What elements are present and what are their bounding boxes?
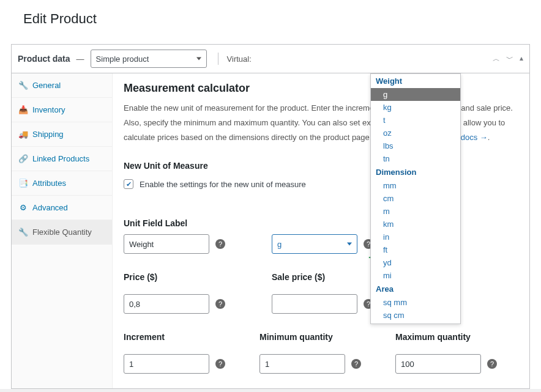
dropdown-item[interactable]: cm — [371, 192, 460, 205]
enable-label: Enable the settings for the new unit of … — [140, 180, 306, 189]
tab-linked-products[interactable]: 🔗Linked Products — [12, 147, 112, 171]
max-qty-input[interactable] — [395, 354, 481, 374]
dropdown-item[interactable]: oz — [371, 127, 460, 139]
tab-label: Attributes — [32, 179, 66, 188]
dropdown-group: Dimension — [371, 165, 460, 179]
separator — [218, 53, 218, 65]
dropdown-item[interactable]: t — [371, 114, 460, 127]
dropdown-item[interactable]: m — [371, 205, 460, 218]
link-icon: 🔗 — [19, 155, 28, 163]
tab-label: Inventory — [32, 105, 65, 114]
tab-attributes[interactable]: 📑Attributes — [12, 171, 112, 196]
help-icon[interactable]: ? — [487, 359, 497, 369]
truck-icon: 🚚 — [19, 130, 28, 139]
help-icon[interactable]: ? — [215, 299, 225, 309]
tab-flexible-quantity[interactable]: 🔧Flexible Quantity — [12, 220, 112, 245]
unit-field-label-input[interactable] — [124, 234, 209, 254]
dropdown-item[interactable]: sq m — [371, 322, 460, 324]
tab-general[interactable]: 🔧General — [12, 73, 112, 98]
help-icon[interactable]: ? — [215, 359, 225, 369]
tab-content: WeightgkgtozlbstnDimensionmmcmmkminftydm… — [113, 73, 529, 388]
dropdown-item[interactable]: kg — [371, 101, 460, 114]
dropdown-item[interactable]: in — [371, 231, 460, 243]
product-type-value: Simple product — [96, 54, 149, 64]
tab-label: Flexible Quantity — [32, 227, 92, 237]
enable-checkbox[interactable] — [124, 179, 133, 189]
price-input[interactable] — [124, 294, 209, 314]
tab-inventory[interactable]: 📥Inventory — [12, 98, 112, 122]
dash: — — [76, 54, 84, 64]
list-icon: 📑 — [19, 179, 28, 188]
tab-label: Shipping — [32, 130, 64, 139]
unit-select-value: g — [277, 240, 282, 249]
dropdown-item[interactable]: ft — [371, 243, 460, 256]
triangle-up-icon[interactable]: ▴ — [520, 54, 523, 64]
min-qty-input[interactable] — [259, 354, 345, 374]
page-title: Edit Product — [0, 0, 541, 35]
gear-icon: ⚙ — [19, 204, 28, 212]
tab-label: Advanced — [32, 203, 68, 212]
chevron-up-icon[interactable]: ︿ — [493, 54, 500, 64]
product-tabs: 🔧General📥Inventory🚚Shipping🔗Linked Produ… — [12, 73, 113, 388]
sale-price-input[interactable] — [272, 294, 357, 314]
help-icon[interactable]: ? — [351, 359, 361, 369]
product-data-panel: Product data — Simple product Virtual: ︿… — [11, 44, 530, 389]
sale-price-label: Sale price ($) — [272, 272, 373, 282]
max-qty-label: Maximum quantity — [395, 332, 497, 342]
dropdown-item[interactable]: yd — [371, 256, 460, 269]
help-icon[interactable]: ? — [215, 239, 225, 249]
product-type-select[interactable]: Simple product — [91, 50, 207, 68]
increment-input[interactable] — [124, 354, 209, 374]
unit-dropdown[interactable]: WeightgkgtozlbstnDimensionmmcmmkminftydm… — [370, 73, 461, 324]
tab-shipping[interactable]: 🚚Shipping — [12, 122, 112, 147]
price-label: Price ($) — [124, 272, 225, 282]
dropdown-item[interactable]: km — [371, 218, 460, 231]
dropdown-item[interactable]: sq mm — [371, 296, 460, 309]
wrench-icon: 🔧 — [19, 228, 28, 237]
dropdown-item[interactable]: mm — [371, 179, 460, 192]
dropdown-item[interactable]: lbs — [371, 139, 460, 152]
chevron-down-icon[interactable]: ﹀ — [506, 54, 513, 64]
virtual-label: Virtual: — [227, 54, 252, 64]
increment-label: Increment — [124, 332, 225, 342]
dropdown-item[interactable]: mi — [371, 269, 460, 282]
dropdown-item[interactable]: g — [371, 88, 460, 101]
wrench-icon: 🔧 — [19, 81, 28, 90]
unit-select[interactable]: g — [272, 234, 357, 254]
panel-header: Product data — Simple product Virtual: ︿… — [12, 45, 529, 73]
dropdown-group: Weight — [371, 74, 460, 88]
inbox-icon: 📥 — [19, 106, 28, 114]
dropdown-item[interactable]: sq cm — [371, 309, 460, 322]
min-qty-label: Minimum quantity — [259, 332, 361, 342]
tab-advanced[interactable]: ⚙Advanced — [12, 196, 112, 220]
panel-toggle-icons: ︿ ﹀ ▴ — [493, 54, 523, 64]
tab-label: General — [32, 81, 61, 90]
product-data-label: Product data — [18, 54, 70, 64]
dropdown-group: Area — [371, 282, 460, 296]
dropdown-item[interactable]: tn — [371, 152, 460, 165]
tab-label: Linked Products — [32, 154, 89, 163]
